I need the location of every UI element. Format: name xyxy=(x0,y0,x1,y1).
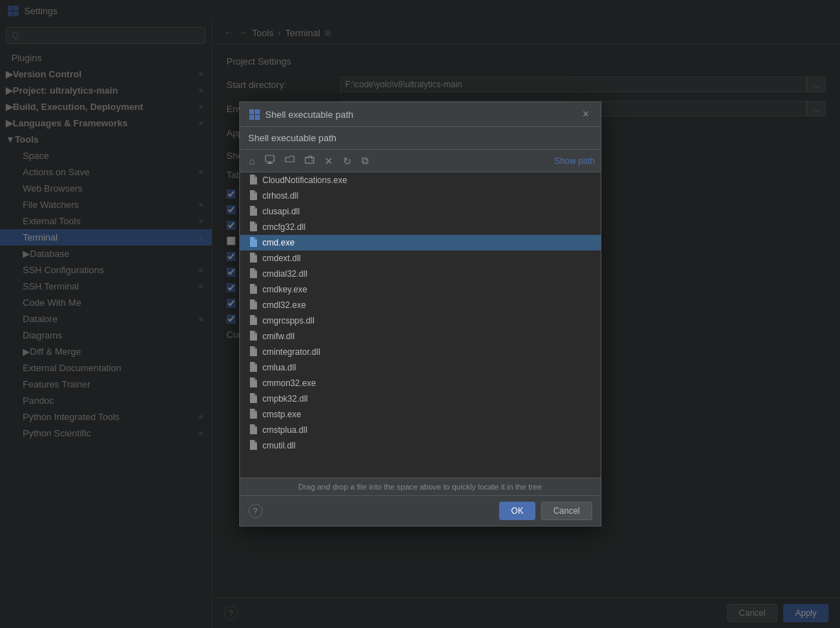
file-dialog: Shell executable path × Shell executable… xyxy=(239,101,601,527)
toolbar-delete-button[interactable]: ✕ xyxy=(321,153,337,169)
file-name: cmstp.exe xyxy=(263,409,592,419)
file-icon xyxy=(249,175,257,186)
file-icon xyxy=(249,299,257,311)
file-dialog-subtitle: Shell executable path xyxy=(240,127,601,150)
file-dialog-footer: ? OK Cancel xyxy=(240,495,601,526)
file-icon xyxy=(249,424,257,436)
toolbar-home-button[interactable]: ⌂ xyxy=(246,153,258,169)
file-list-item[interactable]: cmdext.dll xyxy=(240,250,601,266)
file-name: cmdl32.exe xyxy=(263,300,592,310)
file-name: cmintegrator.dll xyxy=(263,347,592,357)
file-icon xyxy=(249,346,257,358)
file-dialog-hint: Drag and drop a file into the space abov… xyxy=(240,478,601,495)
file-name: cmdkey.exe xyxy=(263,285,592,294)
toolbar-folder-open-button[interactable] xyxy=(281,153,298,169)
file-icon xyxy=(249,221,257,233)
file-icon xyxy=(249,409,257,420)
file-list-item[interactable]: cmdkey.exe xyxy=(240,282,601,297)
file-name: cmifw.dll xyxy=(263,331,592,341)
file-list-item[interactable]: cmstplua.dll xyxy=(240,422,601,438)
file-dialog-app-icon xyxy=(249,109,260,120)
file-list-item[interactable]: cmgrcspps.dll xyxy=(240,313,601,329)
modal-overlay: Shell executable path × Shell executable… xyxy=(0,0,840,628)
file-icon xyxy=(249,331,257,342)
file-dialog-toolbar: ⌂ + ✕ ↻ ⧉ Show path xyxy=(240,150,601,172)
file-icon xyxy=(249,253,257,264)
file-icon xyxy=(249,237,257,248)
file-list-item[interactable]: cmdl32.exe xyxy=(240,297,601,313)
svg-rect-5 xyxy=(255,109,260,114)
file-list-item[interactable]: cmintegrator.dll xyxy=(240,344,601,360)
show-path-button[interactable]: Show path xyxy=(555,156,595,166)
file-icon xyxy=(249,362,257,373)
svg-rect-4 xyxy=(249,109,254,114)
file-icon xyxy=(249,284,257,295)
svg-rect-7 xyxy=(255,115,260,120)
file-icon xyxy=(249,206,257,217)
file-name: cmlua.dll xyxy=(263,363,592,373)
file-list-item[interactable]: cmdial32.dll xyxy=(240,266,601,282)
file-list-item[interactable]: cmd.exe xyxy=(240,235,601,250)
file-list-item[interactable]: CloudNotifications.exe xyxy=(240,172,601,188)
file-list[interactable]: CloudNotifications.execlrhost.dllclusapi… xyxy=(240,172,601,478)
file-dialog-title: Shell executable path xyxy=(266,109,574,120)
file-icon xyxy=(249,268,257,280)
file-icon xyxy=(249,315,257,326)
file-name: cmd.exe xyxy=(263,238,592,248)
file-dialog-header: Shell executable path × xyxy=(240,102,601,127)
toolbar-refresh-button[interactable]: ↻ xyxy=(339,153,355,169)
dialog-ok-button[interactable]: OK xyxy=(499,502,535,520)
file-name: cmutil.dll xyxy=(263,441,592,451)
svg-rect-8 xyxy=(266,155,274,162)
dialog-help-button[interactable]: ? xyxy=(249,504,263,518)
toolbar-desktop-button[interactable] xyxy=(261,153,278,169)
file-name: cmpbk32.dll xyxy=(263,394,592,404)
file-icon xyxy=(249,440,257,451)
svg-rect-10 xyxy=(267,163,273,164)
file-name: clrhost.dll xyxy=(263,191,592,201)
file-icon xyxy=(249,393,257,404)
file-list-item[interactable]: cmmon32.exe xyxy=(240,375,601,391)
file-name: cmstplua.dll xyxy=(263,425,592,435)
file-name: CloudNotifications.exe xyxy=(263,175,592,185)
svg-rect-9 xyxy=(268,162,271,163)
file-list-item[interactable]: clrhost.dll xyxy=(240,188,601,204)
file-list-item[interactable]: cmcfg32.dll xyxy=(240,219,601,235)
file-icon xyxy=(249,190,257,202)
file-name: cmmon32.exe xyxy=(263,378,592,388)
file-name: cmcfg32.dll xyxy=(263,222,592,232)
file-list-item[interactable]: clusapi.dll xyxy=(240,204,601,219)
file-name: cmdial32.dll xyxy=(263,269,592,279)
file-dialog-close-button[interactable]: × xyxy=(579,108,591,121)
toolbar-new-folder-button[interactable]: + xyxy=(301,153,318,169)
file-name: clusapi.dll xyxy=(263,206,592,216)
svg-text:+: + xyxy=(311,158,314,163)
toolbar-copy-button[interactable]: ⧉ xyxy=(358,153,372,169)
file-name: cmgrcspps.dll xyxy=(263,316,592,326)
file-list-item[interactable]: cmutil.dll xyxy=(240,438,601,453)
file-list-item[interactable]: cmpbk32.dll xyxy=(240,391,601,407)
dialog-cancel-button[interactable]: Cancel xyxy=(541,502,591,520)
file-name: cmdext.dll xyxy=(263,253,592,263)
file-list-item[interactable]: cmifw.dll xyxy=(240,329,601,344)
svg-rect-6 xyxy=(249,115,254,120)
file-icon xyxy=(249,378,257,389)
file-list-item[interactable]: cmlua.dll xyxy=(240,360,601,375)
file-list-item[interactable]: cmstp.exe xyxy=(240,407,601,422)
